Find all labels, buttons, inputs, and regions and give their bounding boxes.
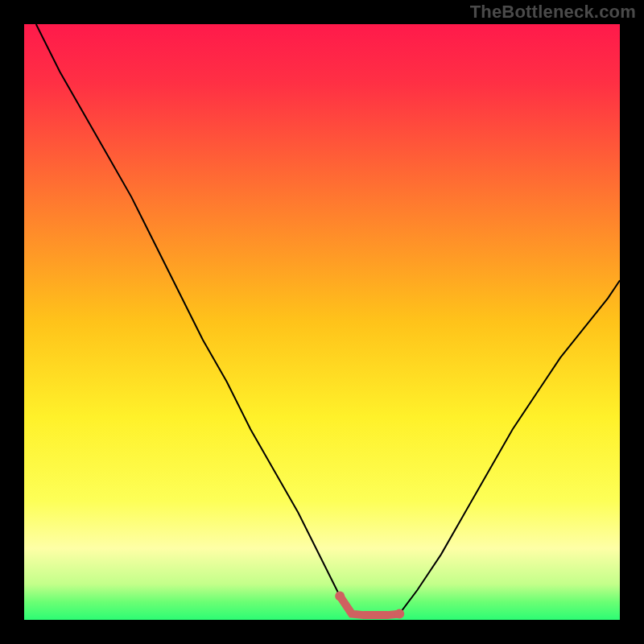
bottleneck-curve [36,24,620,615]
watermark-text: TheBottleneck.com [470,2,636,23]
plot-area [24,24,620,620]
highlight-min-segment [340,596,399,615]
highlight-endpoint-left [335,591,345,601]
highlight-endpoint-right [394,609,404,619]
chart-frame: TheBottleneck.com [0,0,644,644]
curve-layer [24,24,620,620]
